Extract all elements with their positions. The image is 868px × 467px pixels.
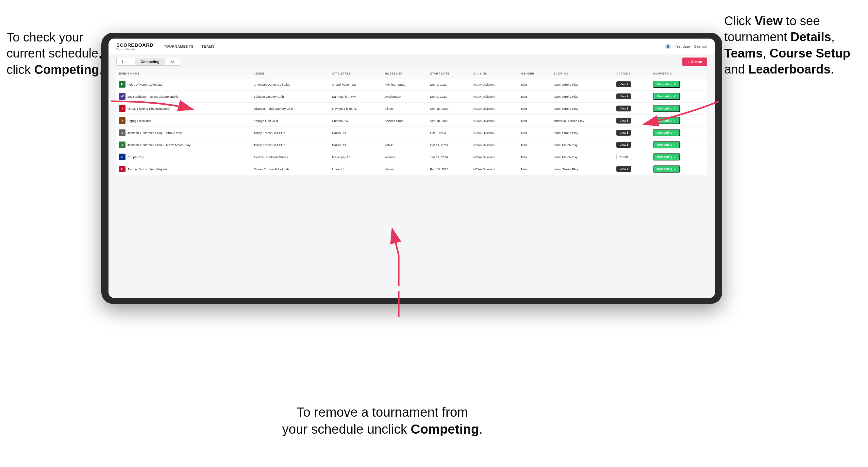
competing-cell: Competing: [650, 139, 707, 151]
cell-hosted_by: Illinois: [382, 103, 427, 115]
nav-links: TOURNAMENTS TEAMS: [164, 43, 665, 50]
view-button[interactable]: View ℹ: [616, 93, 631, 99]
logo-sub: Powered by clipp: [116, 48, 153, 51]
col-start-date: START DATE: [428, 69, 471, 78]
col-scoring: SCORING: [551, 69, 614, 78]
cell-venue: Papago Golf Club: [251, 115, 330, 127]
event-name-text: Jackson T. Stephens Cup – Stroke Play: [127, 131, 182, 135]
actions-cell: View ℹ: [614, 163, 650, 175]
competing-badge[interactable]: Competing: [653, 81, 680, 88]
cell-gender: Men: [518, 115, 551, 127]
col-gender: GENDER: [518, 69, 551, 78]
cell-start_date: Jan 14, 2024: [428, 151, 471, 163]
cell-start_date: Feb 15, 2024: [428, 163, 471, 175]
actions-cell: View ℹ: [614, 139, 650, 151]
cell-division: NCAA Division I: [471, 163, 518, 175]
cell-scoring: team, Stroke Play: [551, 163, 614, 175]
nav-tournaments[interactable]: TOURNAMENTS: [164, 43, 193, 50]
annotation-bottom: To remove a tournament fromyour schedule…: [268, 404, 497, 438]
cell-scoring: team, Stroke Play: [551, 127, 614, 139]
cell-venue: Olympia Fields Country Club: [251, 103, 330, 115]
competing-badge[interactable]: Competing: [653, 105, 680, 112]
team-logo: W: [119, 93, 125, 100]
cell-city_state: Dallas, TX: [330, 139, 382, 151]
table-row: JJackson T. Stephens Cup – Men's Match P…: [116, 139, 707, 151]
event-name-cell: HJohn A. Burns Intercollegiate: [116, 163, 251, 175]
cell-division: NCAA Division I: [471, 151, 518, 163]
event-name-cell: ACopper Cup: [116, 151, 251, 163]
table-header-row: EVENT NAME VENUE CITY, STATE HOSTED BY S…: [116, 69, 707, 78]
cell-venue: Ocean Course At Hokuala: [251, 163, 330, 175]
annotation-top-left: To check yourcurrent schedule,click Comp…: [6, 29, 118, 78]
cell-hosted_by: [382, 127, 427, 139]
user-icon: 👤: [665, 43, 671, 49]
cell-venue: Sahalee Country Club: [251, 91, 330, 103]
view-button[interactable]: View ℹ: [616, 118, 631, 124]
cell-scoring: team, Match Play: [551, 151, 614, 163]
event-name-text: OFCC Fighting Illini Invitational: [127, 107, 170, 111]
team-logo: Y: [119, 117, 125, 124]
cell-start_date: Oct 11, 2023: [428, 139, 471, 151]
user-label: Test User: [675, 44, 690, 49]
cell-gender: Men: [518, 91, 551, 103]
create-button[interactable]: + Create: [682, 58, 707, 66]
cell-city_state: Sammamish, WA: [330, 91, 382, 103]
cell-gender: Men: [518, 127, 551, 139]
event-name-cell: JJackson T. Stephens Cup – Stroke Play: [116, 127, 251, 139]
tablet-frame: SCOREBOARD Powered by clipp TOURNAMENTS …: [101, 33, 722, 304]
view-button[interactable]: View ℹ: [616, 105, 631, 112]
tab-competing[interactable]: Competing: [135, 58, 165, 66]
cell-hosted_by: Hawaii: [382, 163, 427, 175]
cell-hosted_by: Michigan State: [382, 78, 427, 91]
col-division: DIVISION: [471, 69, 518, 78]
competing-badge[interactable]: Competing: [653, 153, 680, 160]
cell-city_state: Olympia Fields, IL: [330, 103, 382, 115]
actions-cell: View ℹ: [614, 103, 650, 115]
tablet-screen: SCOREBOARD Powered by clipp TOURNAMENTS …: [108, 38, 715, 298]
actions-cell: View ℹ: [614, 115, 650, 127]
cell-scoring: individual, Stroke Play: [551, 115, 614, 127]
nav-right: 👤 Test User Sign out: [665, 43, 707, 49]
cell-scoring: team, Stroke Play: [551, 103, 614, 115]
event-name-cell: YPapago Individual: [116, 115, 251, 127]
cell-hosted_by: Arizona State: [382, 115, 427, 127]
cell-city_state: Lihue, HI: [330, 163, 382, 175]
view-button[interactable]: View ℹ: [616, 166, 631, 172]
edit-button[interactable]: ✏ Edit: [616, 154, 632, 160]
view-button[interactable]: View ℹ: [616, 142, 631, 148]
cell-scoring: team, Match Play: [551, 139, 614, 151]
team-logo: J: [119, 142, 125, 148]
competing-cell: Competing: [650, 127, 707, 139]
tab-all[interactable]: All: [165, 58, 180, 66]
competing-badge[interactable]: Competing: [653, 129, 680, 136]
cell-start_date: Sep 15, 2023: [428, 103, 471, 115]
team-logo: H: [119, 166, 125, 172]
cell-hosted_by: Washington: [382, 91, 427, 103]
competing-badge[interactable]: Competing: [653, 141, 680, 148]
table-row: YPapago IndividualPapago Golf ClubPhoeni…: [116, 115, 707, 127]
cell-hosted_by: ABAC: [382, 139, 427, 151]
actions-cell: View ℹ: [614, 91, 650, 103]
competing-badge[interactable]: Competing: [653, 117, 680, 124]
signout-link[interactable]: Sign out: [694, 44, 707, 49]
nav-teams[interactable]: TEAMS: [201, 43, 215, 50]
view-button[interactable]: View ℹ: [616, 130, 631, 136]
cell-city_state: Dallas, TX: [330, 127, 382, 139]
team-logo: M: [119, 81, 125, 88]
event-name-text: Folds of Honor Collegiate: [127, 83, 162, 86]
event-name-text: John A. Burns Intercollegiate: [127, 167, 167, 171]
cell-gender: Men: [518, 78, 551, 91]
competing-badge[interactable]: Competing: [653, 93, 680, 100]
tab-home[interactable]: Ho...: [116, 58, 135, 66]
cell-division: NCAA Division I: [471, 103, 518, 115]
competing-badge[interactable]: Competing: [653, 165, 680, 173]
team-logo: A: [119, 154, 125, 160]
competing-cell: Competing: [650, 103, 707, 115]
cell-city_state: Maricopa, AZ: [330, 151, 382, 163]
cell-city_state: Phoenix, AZ: [330, 115, 382, 127]
cell-scoring: team, Stroke Play: [551, 91, 614, 103]
cell-gender: Men: [518, 163, 551, 175]
cell-division: NCAA Division I: [471, 139, 518, 151]
view-button[interactable]: View ℹ: [616, 82, 631, 87]
logo-text: SCOREBOARD: [116, 42, 153, 48]
